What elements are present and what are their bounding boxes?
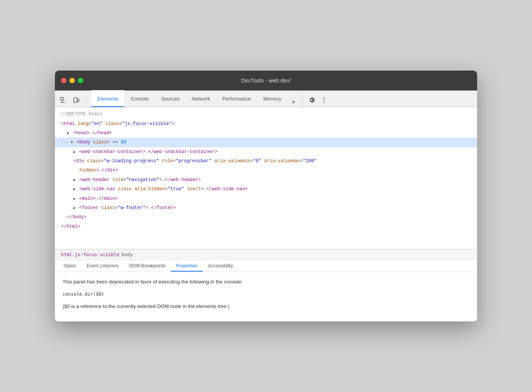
- tab-elements[interactable]: Elements: [91, 90, 124, 107]
- div-loading-hidden[interactable]: hidden>…</div>: [55, 166, 477, 175]
- tab-more[interactable]: »: [287, 96, 300, 107]
- tab-memory[interactable]: Memory: [257, 90, 287, 107]
- deprecated-text: This panel has been deprecated in favor …: [63, 278, 469, 286]
- title-bar: DevTools - web.dev/: [55, 71, 477, 91]
- svg-rect-4: [78, 99, 79, 102]
- tab-event-listeners[interactable]: Event Listeners: [81, 260, 124, 272]
- breadcrumb-html[interactable]: html.js-focus-visible: [61, 252, 119, 257]
- svg-point-7: [323, 102, 324, 103]
- tab-accessibility[interactable]: Accessibility: [203, 260, 238, 272]
- tab-bar: Elements Console Sources Network Perform…: [55, 91, 477, 107]
- main-tag[interactable]: ▶ <main>…</main>: [55, 194, 477, 203]
- head-tag[interactable]: ▶ <head>…</head>: [55, 128, 477, 138]
- body-tag-selected[interactable]: ··· ▼ <body class> == $0: [55, 138, 477, 147]
- props-tabs: Styles Event Listeners DOM Breakpoints P…: [55, 260, 477, 272]
- tab-dom-breakpoints[interactable]: DOM Breakpoints: [124, 260, 171, 272]
- tab-divider: [86, 96, 86, 105]
- tab-properties[interactable]: Properties: [171, 260, 203, 272]
- tab-styles[interactable]: Styles: [58, 260, 81, 272]
- snackbar-tag[interactable]: ▶ <web-snackbar-container>…</web-snackba…: [55, 147, 477, 156]
- more-options-icon[interactable]: [319, 95, 329, 105]
- window-title: DevTools - web.dev/: [241, 77, 291, 84]
- tab-bar-tools: [58, 95, 88, 107]
- properties-panel: Styles Event Listeners DOM Breakpoints P…: [55, 260, 477, 321]
- props-content: This panel has been deprecated in favor …: [55, 272, 477, 321]
- div-loading-tag[interactable]: <div class="w-loading-progress" role="pr…: [55, 156, 477, 166]
- breadcrumb-bar: html.js-focus-visible body: [55, 249, 477, 260]
- devtools-window: DevTools - web.dev/ Elements: [55, 71, 477, 321]
- body-close-tag: </body>: [55, 212, 477, 222]
- inspect-element-icon[interactable]: [58, 95, 69, 105]
- maximize-button[interactable]: [78, 78, 83, 83]
- device-toggle-icon[interactable]: [71, 95, 82, 105]
- html-close-tag: </html>: [55, 222, 477, 231]
- web-header-tag[interactable]: ▶ <web-header role="navigation">…</web-h…: [55, 175, 477, 184]
- html-doctype: <!DOCTYPE html>: [55, 110, 477, 119]
- svg-point-6: [323, 100, 324, 101]
- tab-sources[interactable]: Sources: [155, 90, 186, 107]
- svg-point-5: [323, 97, 324, 99]
- console-dir-code: console.dir($0): [63, 291, 469, 298]
- elements-panel: <!DOCTYPE html> <html lang="en" class="j…: [55, 107, 477, 249]
- tab-console[interactable]: Console: [124, 90, 155, 107]
- traffic-lights: [61, 78, 83, 83]
- minimize-button[interactable]: [69, 78, 75, 83]
- note-text: ($0 is a reference to the currently sele…: [63, 303, 469, 311]
- settings-icon[interactable]: [306, 95, 317, 105]
- tab-network[interactable]: Network: [186, 90, 216, 107]
- svg-rect-3: [74, 98, 77, 102]
- tab-bar-actions: [302, 95, 329, 107]
- web-side-nav-tag[interactable]: ▶ <web-side-nav class aria-hidden="true"…: [55, 184, 477, 194]
- breadcrumb-body[interactable]: body: [122, 252, 133, 257]
- close-button[interactable]: [61, 78, 66, 83]
- tab-performance[interactable]: Performance: [216, 90, 257, 107]
- svg-rect-0: [61, 97, 63, 100]
- footer-tag[interactable]: ▶ <footer class="w-footer">…</footer>: [55, 203, 477, 212]
- html-tag[interactable]: <html lang="en" class="js-focus-visible"…: [55, 119, 477, 128]
